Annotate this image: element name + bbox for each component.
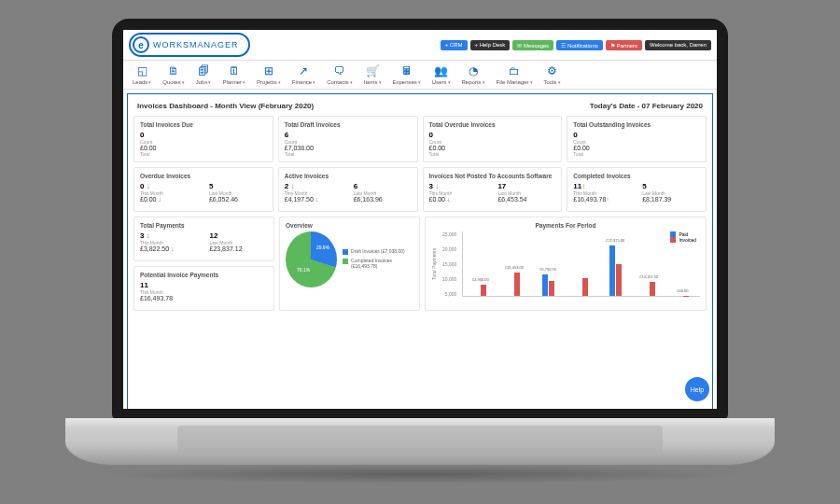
- header-tag[interactable]: ✉ Messages: [512, 40, 553, 50]
- card-count: 0: [140, 131, 267, 139]
- bar-legend: PaidInvoiced: [670, 231, 696, 243]
- card-payments-bar: Payments For Period Total Payments 25,00…: [425, 217, 707, 311]
- nav-label: Expenses: [393, 79, 421, 85]
- nav-item-jobs[interactable]: 🗐Jobs: [196, 64, 212, 85]
- legend-item: Invoiced: [670, 237, 696, 243]
- card-title: Overview: [286, 222, 413, 229]
- legend-item: Completed Invoices (£16,493.78): [343, 258, 413, 269]
- bar-yaxis: 25,00020,00015,00010,0005,000: [442, 231, 456, 297]
- bar-plot: PaidInvoiced £4,900.00£10,453.00£9,790.9…: [462, 231, 700, 297]
- nav-item-expenses[interactable]: 🖩Expenses: [393, 64, 421, 85]
- arrow-down-icon: ↓: [315, 196, 319, 203]
- nav-item-planner[interactable]: 🗓Planner: [222, 64, 245, 85]
- summary-card: Total Overdue Invoices0Count£0.00Total: [423, 116, 563, 162]
- arrow-up-icon: ↑: [606, 196, 609, 203]
- bar-value-label: £66.00: [677, 288, 688, 293]
- card-title: Total Outstanding Invoices: [573, 121, 700, 128]
- nav-item-finance[interactable]: ↗Finance: [292, 64, 315, 85]
- card-count: 0: [429, 131, 556, 139]
- nav-item-tools[interactable]: ⚙Tools: [544, 64, 561, 85]
- card-total-label: Total: [140, 151, 267, 157]
- card-count: 6: [285, 131, 412, 139]
- card-overview-pie: Overview 29.9% 70.1% Draft Invoices (£7,…: [279, 217, 420, 311]
- bar-group: £14,102.50: [634, 282, 665, 296]
- card-title: Total Draft Invoices: [285, 121, 412, 128]
- dashboard-title: Invoices Dashboard - Month View (Februar…: [137, 102, 314, 110]
- arrow-down-icon: ↓: [435, 182, 439, 190]
- bar: [542, 274, 548, 296]
- app-header: e WORKSMANAGER + CRM+ Help Desk✉ Message…: [123, 30, 717, 61]
- nav-item-reports[interactable]: ◔Reports: [462, 64, 485, 85]
- comparison-card: Active Invoices2 ↓This Month£4,197.50 ↓6…: [278, 167, 418, 212]
- legend-item: Draft Invoices (£7,038.00): [343, 248, 413, 255]
- header-tag[interactable]: Welcome back, Darren: [645, 40, 711, 50]
- arrow-down-icon: ↓: [290, 182, 294, 190]
- bar: [650, 282, 655, 296]
- laptop-frame: e WORKSMANAGER + CRM+ Help Desk✉ Message…: [112, 19, 728, 420]
- app-screen: e WORKSMANAGER + CRM+ Help Desk✉ Message…: [123, 30, 717, 409]
- file manager-icon: 🗀: [508, 64, 521, 77]
- bar: [481, 285, 486, 296]
- nav-item-quotes[interactable]: 🗎Quotes: [162, 64, 184, 85]
- card-total: £0.00: [429, 145, 556, 151]
- summary-card: Total Invoices Due0Count£0.00Total: [133, 116, 273, 162]
- bar-group: £22,375.00: [600, 245, 631, 296]
- bar-group: £4,900.00: [465, 285, 496, 296]
- nav-label: Users: [432, 79, 451, 85]
- items-icon: 🛒: [366, 64, 379, 77]
- header-tag[interactable]: + CRM: [441, 40, 468, 50]
- card-title: Total Payments: [140, 222, 268, 229]
- bar-group: £10,453.00: [498, 273, 529, 296]
- bar-value-label: £14,102.50: [639, 274, 658, 279]
- arrow-up-icon: ↑: [581, 182, 585, 190]
- pie-legend: Draft Invoices (£7,038.00)Completed Invo…: [343, 248, 413, 272]
- nav-label: Planner: [222, 79, 245, 85]
- bar-group: [567, 278, 597, 296]
- projects-icon: ⊞: [262, 64, 275, 77]
- card-title: Overdue Invoices: [140, 173, 267, 179]
- logo[interactable]: e WORKSMANAGER: [129, 33, 250, 57]
- card-title: Payments For Period: [431, 222, 700, 229]
- nav-label: Tools: [544, 79, 561, 85]
- bar-value-label: £4,900.00: [472, 277, 489, 282]
- header-tag[interactable]: ⚑ Partners: [606, 40, 642, 50]
- main-nav: ◱Leads🗎Quotes🗐Jobs🗓Planner⊞Projects↗Fina…: [123, 61, 717, 90]
- dashboard-panel: Invoices Dashboard - Month View (Februar…: [127, 93, 713, 409]
- nav-label: Leads: [133, 79, 151, 85]
- help-button[interactable]: Help: [685, 377, 709, 401]
- logo-text: WORKSMANAGER: [153, 40, 239, 49]
- laptop-base: [65, 418, 775, 465]
- summary-card: Total Outstanding Invoices0Count£0.00Tot…: [567, 116, 707, 162]
- pie-chart: 29.9% 70.1%: [286, 231, 337, 287]
- bar-value-label: £9,790.95: [539, 267, 556, 272]
- nav-label: Projects: [257, 79, 281, 85]
- card-total-label: Total: [285, 151, 412, 157]
- card-title: Invoices Not Posted To Accounts Software: [429, 173, 556, 179]
- bar: [514, 273, 520, 296]
- card-title: Active Invoices: [285, 173, 412, 179]
- nav-label: Finance: [292, 79, 315, 85]
- finance-icon: ↗: [297, 64, 310, 77]
- users-icon: 👥: [435, 64, 448, 77]
- nav-item-users[interactable]: 👥Users: [432, 64, 451, 85]
- tools-icon: ⚙: [546, 64, 559, 77]
- card-potential-payments: Potential Invoice Payments 11 This Month…: [133, 266, 274, 311]
- nav-item-contacts[interactable]: 🗨Contacts: [327, 64, 353, 85]
- nav-label: Quotes: [162, 79, 184, 85]
- planner-icon: 🗓: [228, 64, 241, 77]
- nav-item-file-manager[interactable]: 🗀File Manager: [497, 64, 533, 85]
- header-tag[interactable]: + Help Desk: [470, 40, 511, 50]
- card-title: Total Overdue Invoices: [429, 121, 556, 128]
- nav-item-leads[interactable]: ◱Leads: [133, 64, 151, 85]
- reports-icon: ◔: [467, 64, 480, 77]
- card-title: Total Invoices Due: [140, 121, 267, 128]
- nav-item-items[interactable]: 🛒Items: [364, 64, 382, 85]
- nav-label: Contacts: [327, 79, 353, 85]
- card-total-label: Total: [429, 151, 556, 157]
- bar-value-label: £10,453.00: [505, 265, 524, 270]
- nav-item-projects[interactable]: ⊞Projects: [257, 64, 281, 85]
- jobs-icon: 🗐: [197, 64, 210, 77]
- bar: [609, 245, 615, 296]
- comparison-card: Invoices Not Posted To Accounts Software…: [423, 167, 563, 212]
- header-tag[interactable]: ☰ Notifications: [556, 40, 602, 50]
